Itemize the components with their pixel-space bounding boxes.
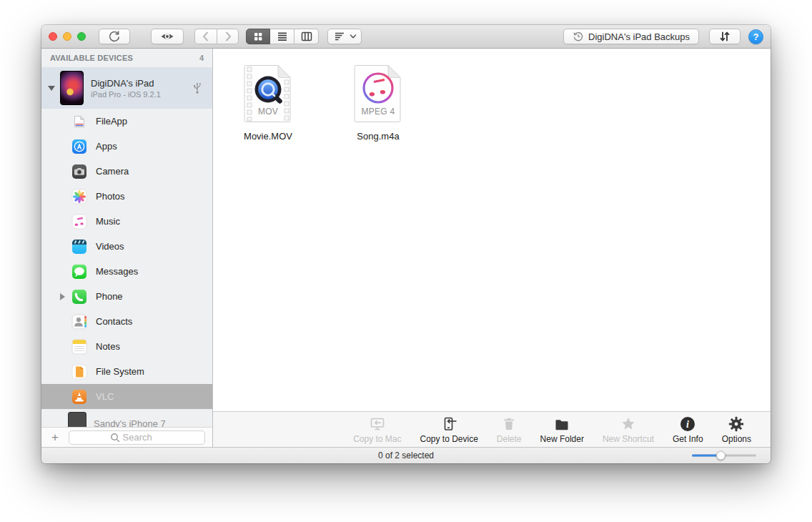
usb-icon xyxy=(192,82,202,95)
action-label: Delete xyxy=(497,434,522,444)
back-button[interactable] xyxy=(194,29,217,44)
quicklook-eye-icon xyxy=(159,29,175,44)
sidebar-item-label: FileApp xyxy=(96,116,127,127)
list-view-icon xyxy=(274,29,290,44)
zoom-button[interactable] xyxy=(77,32,86,41)
copy-to-mac-button[interactable]: Copy to Mac xyxy=(344,415,410,444)
device-details: iPad Pro - iOS 9.2.1 xyxy=(91,90,161,99)
file-name: Song.m4a xyxy=(357,131,399,142)
forward-icon xyxy=(220,29,236,44)
disclosure-down-icon[interactable] xyxy=(48,86,55,91)
sidebar: AVAILABLE DEVICES 4 DigiDNA's iPad iPad … xyxy=(41,49,213,447)
music-icon xyxy=(71,214,87,230)
options-button[interactable]: Options xyxy=(713,415,761,444)
device-thumbnail xyxy=(68,412,86,427)
file-item-song[interactable]: MPEG 4 Song.m4a xyxy=(335,63,421,142)
sidebar-item-label: Notes xyxy=(96,341,120,352)
sidebar-item-fileapp[interactable]: FileApp xyxy=(41,109,212,134)
available-devices-label: AVAILABLE DEVICES xyxy=(50,54,133,62)
device-count-badge: 4 xyxy=(199,54,204,62)
device-name: Sandy's iPhone 7 xyxy=(94,418,166,427)
action-label: New Shortcut xyxy=(603,434,654,444)
sidebar-item-label: VLC xyxy=(96,391,114,402)
new-shortcut-button[interactable]: New Shortcut xyxy=(593,415,663,444)
trash-icon xyxy=(500,415,518,433)
sidebar-item-label: Videos xyxy=(96,241,124,252)
sidebar-item-notes[interactable]: Notes xyxy=(41,334,212,359)
traffic-lights xyxy=(49,32,86,41)
sidebar-item-videos[interactable]: Videos xyxy=(41,234,212,259)
view-mode-control xyxy=(246,29,319,44)
file-item-movie[interactable]: MOV Movie.MOV xyxy=(225,63,311,142)
transfer-button[interactable] xyxy=(709,29,741,44)
minimize-button[interactable] xyxy=(63,32,71,41)
sort-icon xyxy=(333,30,346,43)
selection-status: 0 of 2 selected xyxy=(378,450,434,461)
device-backups-button[interactable]: DigiDNA's iPad Backups xyxy=(563,29,699,44)
status-bar: 0 of 2 selected xyxy=(41,447,771,463)
sidebar-item-label: File System xyxy=(96,366,144,377)
sidebar-item-label: Phone xyxy=(96,291,123,302)
search-field[interactable] xyxy=(69,430,205,445)
file-browser-pane: MOV Movie.MOV xyxy=(213,49,771,447)
chevron-down-icon xyxy=(350,34,357,39)
back-icon xyxy=(198,29,214,44)
copy-to-device-button[interactable]: Copy to Device xyxy=(410,415,487,444)
forward-button[interactable] xyxy=(217,29,239,44)
copy-to-device-icon xyxy=(440,415,457,433)
sidebar-item-contacts[interactable]: Contacts xyxy=(41,309,212,334)
close-button[interactable] xyxy=(49,32,57,41)
device-backups-label: DigiDNA's iPad Backups xyxy=(588,31,690,42)
sidebar-item-file-system[interactable]: File System xyxy=(41,359,212,384)
sidebar-item-camera[interactable]: Camera xyxy=(41,159,212,184)
contacts-icon xyxy=(71,314,87,330)
sidebar-item-photos[interactable]: Photos xyxy=(41,184,212,209)
device-thumbnail xyxy=(60,71,84,105)
get-info-button[interactable]: i Get Info xyxy=(663,415,713,444)
sidebar-item-label: Camera xyxy=(96,166,129,177)
sidebar-item-label: Music xyxy=(96,216,120,227)
sort-dropdown-button[interactable] xyxy=(327,29,362,44)
action-label: Copy to Mac xyxy=(353,434,401,444)
delete-button[interactable]: Delete xyxy=(487,415,531,444)
sidebar-item-music[interactable]: Music xyxy=(41,209,212,234)
add-device-button[interactable]: + xyxy=(49,431,61,444)
videos-icon xyxy=(71,239,87,255)
info-icon: i xyxy=(679,415,696,433)
search-input[interactable] xyxy=(123,432,164,443)
navigation-buttons xyxy=(194,29,239,44)
phone-icon xyxy=(71,289,87,305)
icon-size-slider[interactable] xyxy=(692,451,756,461)
history-icon xyxy=(573,31,584,42)
file-name: Movie.MOV xyxy=(244,131,292,142)
sidebar-search-row: + xyxy=(41,427,212,447)
quicklook-button[interactable] xyxy=(151,29,184,44)
action-label: Copy to Device xyxy=(420,434,477,444)
svg-text:i: i xyxy=(686,418,689,429)
help-button[interactable]: ? xyxy=(748,29,763,44)
device-row-digidnas-ipad[interactable]: DigiDNA's iPad iPad Pro - iOS 9.2.1 xyxy=(41,67,212,109)
messages-icon xyxy=(71,264,87,280)
slider-thumb[interactable] xyxy=(716,451,726,461)
sidebar-item-phone[interactable]: Phone xyxy=(41,284,212,309)
new-folder-button[interactable]: New Folder xyxy=(531,415,593,444)
column-view-button[interactable] xyxy=(294,29,319,44)
title-bar: DigiDNA's iPad Backups ? xyxy=(41,25,771,49)
sidebar-item-vlc[interactable]: VLC xyxy=(41,384,212,409)
device-row-partial[interactable]: Sandy's iPhone 7 xyxy=(41,409,212,427)
disclosure-right-icon[interactable] xyxy=(60,293,65,300)
sidebar-item-messages[interactable]: Messages xyxy=(41,259,212,284)
photos-icon xyxy=(71,189,87,205)
grid-view-button[interactable] xyxy=(246,29,270,44)
grid-view-icon xyxy=(250,29,266,44)
sidebar-item-apps[interactable]: Apps xyxy=(41,134,212,159)
file-type-badge: MOV xyxy=(243,107,293,117)
device-name: DigiDNA's iPad xyxy=(91,78,161,89)
action-label: Options xyxy=(722,434,751,444)
list-view-button[interactable] xyxy=(270,29,294,44)
star-icon xyxy=(620,415,637,433)
notes-icon xyxy=(71,339,87,355)
file-system-icon xyxy=(71,364,87,380)
action-label: Get Info xyxy=(673,434,703,444)
refresh-button[interactable] xyxy=(99,29,130,44)
